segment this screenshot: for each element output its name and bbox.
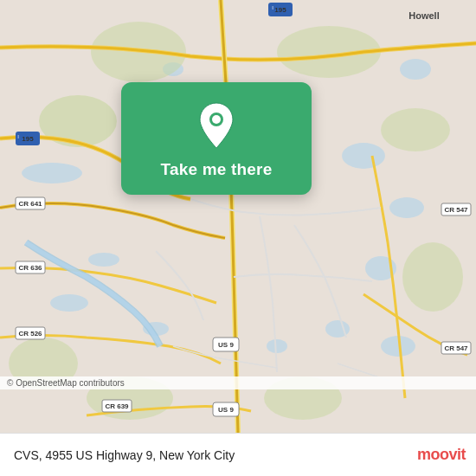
svg-text:US 9: US 9 bbox=[218, 341, 234, 349]
map-attribution: © OpenStreetMap contributors bbox=[0, 376, 476, 389]
map-svg: 195 I 195 I US 9 US 9 US 9 CR 641 CR 636 bbox=[0, 0, 476, 433]
action-card: Take me there bbox=[121, 82, 312, 195]
location-pin-icon bbox=[196, 101, 237, 150]
svg-text:CR 547: CR 547 bbox=[444, 206, 468, 214]
svg-text:Howell: Howell bbox=[408, 10, 439, 21]
svg-point-2 bbox=[50, 294, 88, 312]
location-info: CVS, 4955 US Highway 9, New York City bbox=[14, 448, 235, 462]
svg-text:CR 636: CR 636 bbox=[18, 264, 42, 272]
moovit-logo: moovit bbox=[417, 446, 466, 464]
svg-text:195: 195 bbox=[22, 135, 34, 143]
svg-text:US 9: US 9 bbox=[218, 406, 234, 414]
map-container: 195 I 195 I US 9 US 9 US 9 CR 641 CR 636 bbox=[0, 0, 476, 433]
svg-text:CR 547: CR 547 bbox=[444, 344, 468, 352]
svg-text:195: 195 bbox=[274, 6, 286, 14]
svg-point-12 bbox=[267, 339, 287, 353]
app: 195 I 195 I US 9 US 9 US 9 CR 641 CR 636 bbox=[0, 0, 476, 476]
svg-text:CR 526: CR 526 bbox=[18, 330, 42, 338]
take-me-there-button[interactable]: Take me there bbox=[161, 160, 273, 179]
svg-point-0 bbox=[22, 163, 82, 183]
svg-point-4 bbox=[389, 197, 424, 218]
moovit-brand-text: moovit bbox=[417, 446, 466, 464]
svg-point-47 bbox=[212, 115, 221, 124]
svg-point-10 bbox=[400, 59, 431, 80]
svg-point-3 bbox=[342, 143, 385, 169]
svg-text:CR 639: CR 639 bbox=[105, 402, 129, 410]
bottom-bar: CVS, 4955 US Highway 9, New York City mo… bbox=[0, 433, 476, 476]
svg-point-16 bbox=[381, 108, 450, 151]
svg-point-1 bbox=[88, 253, 119, 267]
svg-text:CR 641: CR 641 bbox=[18, 200, 42, 208]
svg-point-17 bbox=[402, 242, 463, 312]
